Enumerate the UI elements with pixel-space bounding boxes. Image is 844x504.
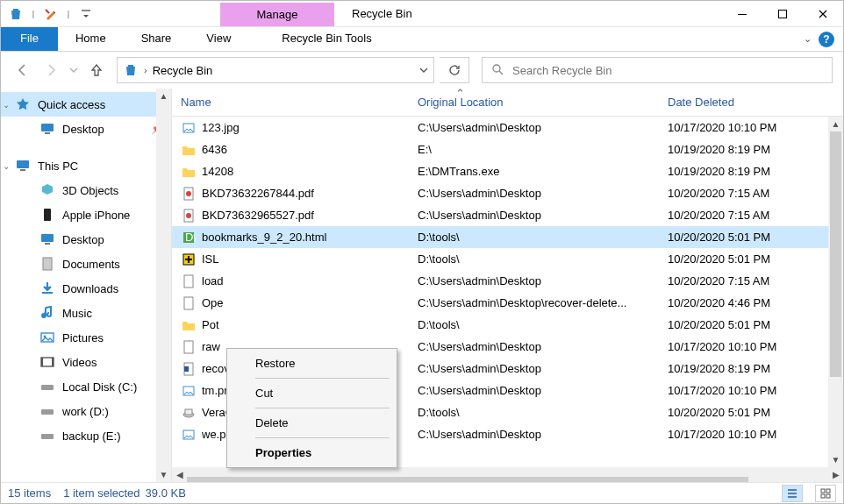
- tab-share[interactable]: Share: [124, 27, 190, 51]
- svg-rect-39: [821, 489, 825, 493]
- chevron-down-icon[interactable]: ⌄: [3, 161, 10, 171]
- sidebar-item-desktop[interactable]: Desktop: [1, 227, 171, 252]
- search-box[interactable]: [482, 57, 833, 83]
- nav-recent-dropdown[interactable]: [68, 59, 80, 82]
- sidebar-item-desktop-quick[interactable]: Desktop 📌: [1, 117, 171, 141]
- sidebar-item-apple-iphone[interactable]: Apple iPhone: [1, 202, 171, 227]
- window-title: Recycle Bin: [334, 1, 430, 26]
- tab-file[interactable]: File: [1, 27, 58, 51]
- sidebar-item-label: Local Disk (C:): [62, 380, 137, 394]
- nav-back-button[interactable]: [11, 59, 34, 82]
- tab-recycle-bin-tools[interactable]: Recycle Bin Tools: [266, 27, 387, 51]
- phone-icon: [39, 207, 55, 223]
- context-menu-cut[interactable]: Cut: [227, 380, 397, 406]
- svg-text:Dw: Dw: [185, 231, 196, 244]
- column-header-date-deleted[interactable]: Date Deleted: [659, 96, 843, 109]
- quick-access-toolbar: | |: [1, 1, 97, 26]
- sidebar-item-quick-access[interactable]: ⌄ Quick access: [1, 92, 171, 117]
- file-date-deleted: 10/19/2020 8:19 PM: [659, 143, 843, 156]
- sidebar-item-label: Desktop: [62, 233, 104, 246]
- file-date-deleted: 10/20/2020 7:15 AM: [659, 209, 843, 222]
- sidebar-item-backup-e[interactable]: backup (E:): [1, 423, 171, 448]
- sidebar-item-documents[interactable]: Documents: [1, 252, 171, 276]
- svg-rect-1: [82, 10, 90, 11]
- search-input[interactable]: [512, 64, 823, 77]
- tab-home[interactable]: Home: [58, 27, 124, 51]
- drive-icon: [39, 403, 55, 419]
- maximize-button[interactable]: [762, 1, 803, 27]
- tab-view[interactable]: View: [189, 27, 248, 51]
- table-row[interactable]: BKD73632965527.pdfC:\Users\admin\Desktop…: [172, 204, 843, 226]
- documents-icon: [39, 256, 55, 272]
- scroll-left-icon[interactable]: ◀: [172, 470, 187, 479]
- table-row[interactable]: 123.jpgC:\Users\admin\Desktop10/17/2020 …: [172, 117, 843, 138]
- qat-properties-icon[interactable]: [39, 4, 62, 25]
- view-details-button[interactable]: [782, 485, 803, 502]
- scroll-thumb[interactable]: [830, 131, 841, 377]
- context-menu-delete[interactable]: Delete: [227, 410, 397, 436]
- view-large-icons-button[interactable]: [815, 485, 836, 502]
- table-row[interactable]: loadC:\Users\admin\Desktop10/20/2020 7:1…: [172, 270, 843, 292]
- file-original-location: D:\tools\: [409, 231, 659, 244]
- sidebar-item-local-disk-c[interactable]: Local Disk (C:): [1, 374, 171, 399]
- vertical-scrollbar[interactable]: ▲ ▼: [828, 117, 843, 467]
- manage-tab-header: Manage: [220, 3, 334, 26]
- sidebar-item-label: Documents: [62, 258, 120, 271]
- help-icon[interactable]: ?: [819, 32, 834, 47]
- context-menu-properties[interactable]: Properties: [227, 440, 397, 465]
- nav-forward-button[interactable]: [39, 59, 62, 82]
- sidebar-item-this-pc[interactable]: ⌄ This PC: [1, 153, 171, 178]
- chevron-down-icon[interactable]: ⌄: [3, 100, 10, 110]
- table-row[interactable]: 6436E:\10/19/2020 8:19 PM: [172, 138, 843, 160]
- nav-up-button[interactable]: [85, 59, 108, 82]
- table-row[interactable]: Dwbookmarks_9_2_20.htmlD:\tools\10/20/20…: [172, 226, 843, 248]
- table-row[interactable]: PotD:\tools\10/20/2020 5:01 PM: [172, 314, 843, 336]
- minimize-button[interactable]: [722, 1, 762, 27]
- qat-dropdown-icon[interactable]: [75, 4, 97, 25]
- scroll-track[interactable]: [156, 103, 171, 467]
- sidebar-scrollbar[interactable]: ▲ ▼: [156, 89, 171, 482]
- sidebar-item-label: work (D:): [62, 405, 109, 418]
- table-row[interactable]: 14208E:\DMTrans.exe10/19/2020 8:19 PM: [172, 160, 843, 182]
- context-menu-restore[interactable]: Restore: [227, 351, 397, 376]
- file-original-location: C:\Users\admin\Desktop: [409, 428, 659, 441]
- sidebar-item-videos[interactable]: Videos: [1, 350, 171, 374]
- table-row[interactable]: BKD73632267844.pdfC:\Users\admin\Desktop…: [172, 182, 843, 204]
- context-menu-separator: [255, 437, 390, 438]
- ribbon-collapse-icon[interactable]: ⌄: [804, 33, 812, 45]
- sidebar-item-3d-objects[interactable]: 3D Objects: [1, 178, 171, 202]
- sidebar-item-music[interactable]: Music: [1, 301, 171, 325]
- breadcrumb-arrow-icon[interactable]: ›: [144, 65, 147, 75]
- navigation-pane[interactable]: ⌄ Quick access Desktop 📌 ⌄ This PC 3D Ob…: [1, 89, 172, 482]
- scroll-down-icon[interactable]: ▼: [828, 452, 843, 467]
- sidebar-item-work-d[interactable]: work (D:): [1, 399, 171, 423]
- scroll-down-icon[interactable]: ▼: [156, 467, 171, 482]
- qat-recycle-icon[interactable]: [4, 4, 27, 25]
- sidebar-item-downloads[interactable]: Downloads: [1, 276, 171, 301]
- horizontal-scrollbar[interactable]: ◀ ▶: [172, 467, 843, 482]
- svg-rect-21: [41, 434, 54, 439]
- close-button[interactable]: [803, 1, 843, 27]
- column-header-name[interactable]: Name: [172, 96, 409, 109]
- svg-rect-0: [13, 9, 18, 11]
- scroll-up-icon[interactable]: ▲: [828, 117, 843, 131]
- file-icon: [181, 208, 197, 224]
- scroll-thumb[interactable]: [187, 477, 748, 483]
- table-row[interactable]: OpeC:\Users\admin\Desktop\recover-delete…: [172, 292, 843, 314]
- breadcrumb-location[interactable]: Recycle Bin: [153, 64, 213, 77]
- scroll-right-icon[interactable]: ▶: [828, 470, 843, 479]
- address-dropdown-icon[interactable]: [419, 64, 428, 77]
- file-date-deleted: 10/17/2020 10:10 PM: [659, 340, 843, 353]
- file-date-deleted: 10/20/2020 5:01 PM: [659, 318, 843, 331]
- svg-rect-30: [184, 275, 193, 287]
- refresh-button[interactable]: [440, 57, 469, 83]
- sidebar-item-pictures[interactable]: Pictures: [1, 325, 171, 350]
- scroll-up-icon[interactable]: ▲: [156, 89, 171, 103]
- file-icon: [181, 142, 197, 158]
- status-selection-count: 1 item selected: [63, 486, 139, 500]
- column-header-original-location[interactable]: Original Location: [409, 96, 659, 109]
- music-icon: [39, 305, 55, 321]
- table-row[interactable]: ISLD:\tools\10/20/2020 5:01 PM: [172, 248, 843, 270]
- address-bar[interactable]: › Recycle Bin: [117, 57, 434, 83]
- file-name: BKD73632965527.pdf: [202, 209, 314, 222]
